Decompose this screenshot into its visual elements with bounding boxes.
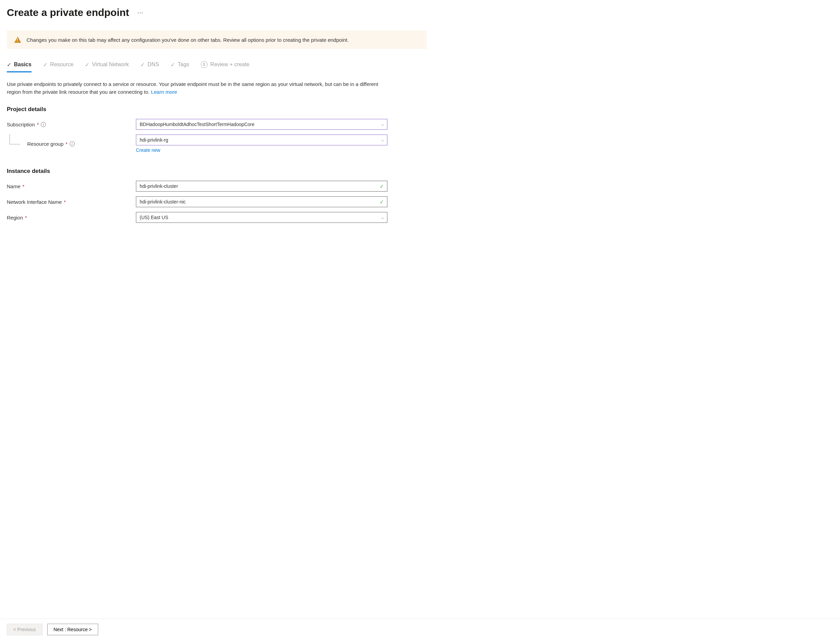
learn-more-link[interactable]: Learn more: [151, 89, 177, 95]
label-text: Network Interface Name: [7, 199, 62, 205]
valid-check-icon: ✓: [380, 183, 384, 190]
check-icon: ✓: [85, 61, 89, 68]
check-icon: ✓: [171, 61, 175, 68]
check-icon: ✓: [43, 61, 48, 68]
required-indicator: *: [25, 215, 27, 221]
tab-label: Basics: [14, 61, 32, 67]
dropdown-value: (US) East US: [139, 215, 168, 220]
chevron-down-icon: ⌵: [381, 122, 384, 127]
required-indicator: *: [66, 141, 67, 147]
name-input[interactable]: [136, 181, 387, 192]
page-title: Create a private endpoint: [7, 7, 129, 18]
info-icon[interactable]: i: [70, 141, 75, 146]
project-details-heading: Project details: [7, 106, 427, 113]
required-indicator: *: [64, 199, 66, 205]
tab-label: Review + create: [210, 61, 249, 67]
required-indicator: *: [22, 184, 24, 189]
tab-label: Tags: [178, 61, 189, 67]
dropdown-value: hdi-privlink-rg: [139, 137, 168, 143]
warning-banner: Changes you make on this tab may affect …: [7, 30, 427, 49]
more-icon[interactable]: ···: [137, 9, 143, 16]
check-icon: ✓: [140, 61, 145, 68]
instance-details-heading: Instance details: [7, 168, 427, 174]
region-dropdown[interactable]: (US) East US ⌵: [136, 212, 387, 223]
tab-dns[interactable]: ✓ DNS: [140, 61, 159, 72]
required-indicator: *: [37, 122, 39, 127]
label-text: Name: [7, 184, 20, 189]
tab-tags[interactable]: ✓ Tags: [171, 61, 189, 72]
wizard-tabs: ✓ Basics ✓ Resource ✓ Virtual Network ✓ …: [7, 61, 427, 72]
tab-label: Resource: [50, 61, 74, 67]
subscription-dropdown[interactable]: BDHadoopHumboldtAdhocTestShortTermHadoop…: [136, 119, 387, 130]
tab-label: DNS: [147, 61, 159, 67]
tab-label: Virtual Network: [92, 61, 129, 67]
nic-name-row: Network Interface Name * ✓: [7, 196, 427, 207]
tab-description: Use private endpoints to privately conne…: [7, 80, 381, 96]
page-header: Create a private endpoint ···: [7, 7, 427, 18]
label-text: Subscription: [7, 122, 35, 127]
tab-resource[interactable]: ✓ Resource: [43, 61, 74, 72]
nic-name-label: Network Interface Name *: [7, 199, 136, 205]
dropdown-value: BDHadoopHumboldtAdhocTestShortTermHadoop…: [139, 122, 255, 127]
resource-group-label: Resource group * i: [7, 141, 136, 147]
tab-review-create[interactable]: 6 Review + create: [201, 61, 249, 72]
name-row: Name * ✓: [7, 181, 427, 192]
valid-check-icon: ✓: [380, 199, 384, 205]
label-text: Region: [7, 215, 23, 221]
warning-text: Changes you make on this tab may affect …: [27, 37, 349, 43]
nic-name-input[interactable]: [136, 196, 387, 207]
warning-icon: [14, 37, 21, 43]
resource-group-row: Resource group * i hdi-privlink-rg ⌵ Cre…: [7, 134, 427, 153]
info-icon[interactable]: i: [41, 122, 46, 127]
subscription-label: Subscription * i: [7, 122, 136, 127]
region-row: Region * (US) East US ⌵: [7, 212, 427, 223]
chevron-down-icon: ⌵: [381, 215, 384, 220]
name-label: Name *: [7, 184, 136, 189]
description-text: Use private endpoints to privately conne…: [7, 81, 378, 95]
subscription-row: Subscription * i BDHadoopHumboldtAdhocTe…: [7, 119, 427, 130]
tab-virtual-network[interactable]: ✓ Virtual Network: [85, 61, 129, 72]
step-number-icon: 6: [201, 61, 208, 68]
tree-line: [10, 134, 20, 144]
chevron-down-icon: ⌵: [381, 138, 384, 142]
check-icon: ✓: [7, 61, 11, 68]
region-label: Region *: [7, 215, 136, 221]
label-text: Resource group: [27, 141, 64, 147]
tab-basics[interactable]: ✓ Basics: [7, 61, 32, 72]
create-new-link[interactable]: Create new: [136, 147, 160, 153]
resource-group-dropdown[interactable]: hdi-privlink-rg ⌵: [136, 134, 387, 146]
